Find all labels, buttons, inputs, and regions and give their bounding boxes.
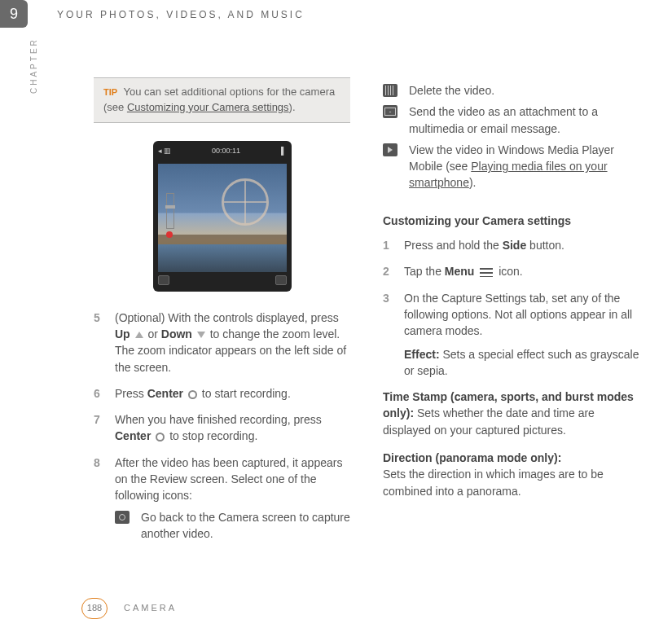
mail-icon (383, 105, 397, 118)
page-footer: 188 CAMERA (0, 596, 177, 621)
timestamp-text: Sets whether the date and time are displ… (383, 406, 595, 436)
section-heading-customize: Customizing your Camera settings (383, 213, 639, 229)
step-5: 5 (Optional) With the controls displayed… (94, 310, 350, 376)
play-icon-desc-post: ). (469, 176, 477, 189)
step-number: 1 (383, 237, 394, 253)
key-center: Center (115, 429, 151, 442)
right-column: Delete the video. Send the video as an a… (383, 77, 639, 556)
page-header: YOUR PHOTOS, VIDEOS, AND MUSIC (57, 8, 305, 22)
direction-text: Sets the direction in which images are t… (383, 468, 604, 497)
step-number: 7 (94, 411, 105, 445)
direction-label: Direction (panorama mode only): (383, 451, 561, 464)
camera-icon (115, 511, 130, 524)
page-number: 188 (81, 598, 108, 619)
ferris-wheel-illustration (222, 178, 269, 226)
step-number: 6 (94, 385, 105, 402)
step-number: 8 (94, 455, 105, 547)
mail-icon-desc: Send the video as an attachment to a mul… (409, 103, 639, 137)
tip-text-post: ). (289, 101, 296, 113)
up-arrow-icon (135, 332, 143, 338)
center-circle-icon (156, 433, 165, 442)
screenshot-timecode: 00:00:11 (212, 146, 240, 156)
key-down: Down (161, 327, 192, 340)
cust-step-1: 1 Press and hold the Side button. (383, 237, 639, 253)
device-screenshot: ◂ ▥ 00:00:11 ▌ (153, 141, 292, 292)
step-number: 2 (383, 263, 394, 279)
effect-label: Effect: (404, 348, 440, 361)
zoom-indicator (166, 193, 174, 229)
camera-icon-desc: Go back to the Camera screen to capture … (141, 509, 350, 543)
step-text: On the Capture Settings tab, set any of … (404, 290, 639, 340)
trash-icon-desc: Delete the video. (409, 82, 639, 99)
footer-section-label: CAMERA (124, 602, 177, 615)
tip-link[interactable]: Customizing your Camera settings (127, 101, 289, 113)
step-7: 7 When you have finished recording, pres… (94, 411, 350, 445)
step-8: 8 After the video has been captured, it … (94, 455, 350, 547)
screenshot-battery-icon: ▌ (281, 146, 286, 156)
left-column: TIP You can set additional options for t… (94, 77, 350, 556)
cust-step-2: 2 Tap the Menu icon. (383, 263, 639, 279)
key-up: Up (115, 327, 130, 340)
key-center: Center (147, 387, 183, 400)
down-arrow-icon (197, 332, 205, 338)
play-icon (383, 143, 397, 156)
step-number: 3 (383, 290, 394, 379)
effect-text: Sets a special effect such as grayscale … (404, 348, 639, 377)
screenshot-back-icon: ◂ ▥ (158, 146, 172, 156)
center-circle-icon (188, 390, 197, 399)
tip-callout: TIP You can set additional options for t… (94, 77, 350, 123)
step-text: After the video has been captured, it ap… (115, 456, 342, 503)
menu-icon (480, 268, 493, 277)
chapter-label-vertical: CHAPTER (29, 29, 41, 94)
step-6: 6 Press Center to start recording. (94, 385, 350, 402)
tip-label: TIP (103, 87, 117, 97)
chapter-number-tab: 9 (0, 0, 28, 28)
trash-icon (383, 84, 397, 97)
step-number: 5 (94, 310, 105, 376)
record-indicator-icon (166, 231, 173, 238)
cust-step-3: 3 On the Capture Settings tab, set any o… (383, 290, 639, 379)
menu-label: Menu (445, 265, 475, 278)
side-button: Side (503, 239, 527, 252)
